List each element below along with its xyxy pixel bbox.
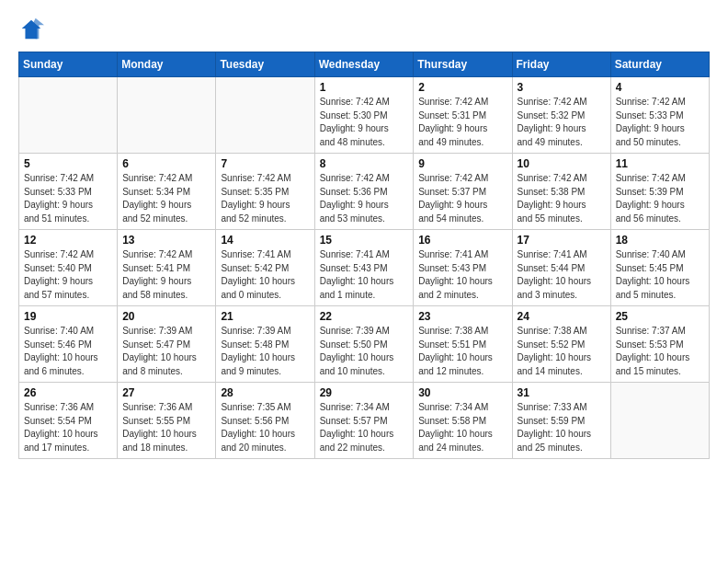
weekday-header: Wednesday [314,52,414,77]
day-info: Sunrise: 7:41 AM Sunset: 5:42 PM Dayligh… [221,248,309,302]
day-number: 21 [221,310,309,323]
calendar-cell: 22Sunrise: 7:39 AM Sunset: 5:50 PM Dayli… [314,306,414,383]
day-info: Sunrise: 7:42 AM Sunset: 5:39 PM Dayligh… [616,172,704,225]
day-info: Sunrise: 7:37 AM Sunset: 5:53 PM Dayligh… [616,325,704,378]
day-info: Sunrise: 7:40 AM Sunset: 5:45 PM Dayligh… [616,248,704,302]
calendar-cell: 28Sunrise: 7:35 AM Sunset: 5:56 PM Dayli… [216,383,314,459]
calendar-cell: 19Sunrise: 7:40 AM Sunset: 5:46 PM Dayli… [19,306,118,383]
calendar-cell: 8Sunrise: 7:42 AM Sunset: 5:36 PM Daylig… [314,154,414,230]
day-number: 14 [221,234,309,247]
calendar-header-row: SundayMondayTuesdayWednesdayThursdayFrid… [19,52,710,77]
day-info: Sunrise: 7:39 AM Sunset: 5:48 PM Dayligh… [221,325,309,378]
calendar-cell: 5Sunrise: 7:42 AM Sunset: 5:33 PM Daylig… [19,154,118,230]
calendar-cell: 10Sunrise: 7:42 AM Sunset: 5:38 PM Dayli… [512,154,610,230]
day-info: Sunrise: 7:42 AM Sunset: 5:41 PM Dayligh… [122,248,210,302]
day-number: 17 [518,234,606,247]
calendar-cell: 27Sunrise: 7:36 AM Sunset: 5:55 PM Dayli… [118,383,216,459]
day-number: 2 [418,81,506,94]
calendar-week-row: 12Sunrise: 7:42 AM Sunset: 5:40 PM Dayli… [19,230,710,306]
day-info: Sunrise: 7:38 AM Sunset: 5:52 PM Dayligh… [518,325,606,378]
calendar-week-row: 5Sunrise: 7:42 AM Sunset: 5:33 PM Daylig… [19,154,710,230]
weekday-header: Thursday [414,52,512,77]
day-number: 31 [518,386,606,399]
calendar-cell: 2Sunrise: 7:42 AM Sunset: 5:31 PM Daylig… [414,77,512,154]
weekday-header: Sunday [19,52,118,77]
day-number: 5 [24,157,112,170]
calendar-cell: 30Sunrise: 7:34 AM Sunset: 5:58 PM Dayli… [414,383,512,459]
day-number: 20 [122,310,210,323]
day-number: 30 [418,386,506,399]
day-info: Sunrise: 7:34 AM Sunset: 5:58 PM Dayligh… [418,401,506,454]
day-number: 4 [616,81,704,94]
day-info: Sunrise: 7:41 AM Sunset: 5:44 PM Dayligh… [518,248,606,302]
day-info: Sunrise: 7:42 AM Sunset: 5:34 PM Dayligh… [122,172,210,225]
day-number: 15 [320,234,409,247]
day-number: 28 [221,386,309,399]
page-header [18,17,710,42]
day-number: 11 [616,157,704,170]
day-info: Sunrise: 7:42 AM Sunset: 5:37 PM Dayligh… [418,172,506,225]
day-number: 25 [616,310,704,323]
calendar-cell: 18Sunrise: 7:40 AM Sunset: 5:45 PM Dayli… [610,230,709,306]
day-info: Sunrise: 7:41 AM Sunset: 5:43 PM Dayligh… [320,248,409,302]
day-info: Sunrise: 7:41 AM Sunset: 5:43 PM Dayligh… [418,248,506,302]
day-number: 3 [518,81,606,94]
calendar-cell: 25Sunrise: 7:37 AM Sunset: 5:53 PM Dayli… [610,306,709,383]
calendar-cell: 3Sunrise: 7:42 AM Sunset: 5:32 PM Daylig… [512,77,610,154]
day-info: Sunrise: 7:35 AM Sunset: 5:56 PM Dayligh… [221,401,309,454]
calendar-cell: 20Sunrise: 7:39 AM Sunset: 5:47 PM Dayli… [118,306,216,383]
logo-icon [18,17,44,42]
calendar-cell: 16Sunrise: 7:41 AM Sunset: 5:43 PM Dayli… [414,230,512,306]
calendar-cell: 14Sunrise: 7:41 AM Sunset: 5:42 PM Dayli… [216,230,314,306]
day-number: 8 [320,157,409,170]
calendar-week-row: 1Sunrise: 7:42 AM Sunset: 5:30 PM Daylig… [19,77,710,154]
calendar-cell: 26Sunrise: 7:36 AM Sunset: 5:54 PM Dayli… [19,383,118,459]
calendar-cell: 12Sunrise: 7:42 AM Sunset: 5:40 PM Dayli… [19,230,118,306]
calendar-week-row: 19Sunrise: 7:40 AM Sunset: 5:46 PM Dayli… [19,306,710,383]
calendar-cell [118,77,216,154]
day-info: Sunrise: 7:42 AM Sunset: 5:38 PM Dayligh… [518,172,606,225]
day-info: Sunrise: 7:33 AM Sunset: 5:59 PM Dayligh… [518,401,606,454]
day-info: Sunrise: 7:42 AM Sunset: 5:33 PM Dayligh… [616,96,704,149]
day-info: Sunrise: 7:42 AM Sunset: 5:30 PM Dayligh… [320,96,409,149]
calendar-cell: 11Sunrise: 7:42 AM Sunset: 5:39 PM Dayli… [610,154,709,230]
day-number: 23 [418,310,506,323]
day-info: Sunrise: 7:39 AM Sunset: 5:50 PM Dayligh… [320,325,409,378]
calendar-cell: 7Sunrise: 7:42 AM Sunset: 5:35 PM Daylig… [216,154,314,230]
day-info: Sunrise: 7:42 AM Sunset: 5:36 PM Dayligh… [320,172,409,225]
calendar-cell: 31Sunrise: 7:33 AM Sunset: 5:59 PM Dayli… [512,383,610,459]
calendar-cell: 15Sunrise: 7:41 AM Sunset: 5:43 PM Dayli… [314,230,414,306]
day-info: Sunrise: 7:40 AM Sunset: 5:46 PM Dayligh… [24,325,112,378]
calendar-table: SundayMondayTuesdayWednesdayThursdayFrid… [18,52,710,459]
weekday-header: Tuesday [216,52,314,77]
day-info: Sunrise: 7:42 AM Sunset: 5:33 PM Dayligh… [24,172,112,225]
day-number: 12 [24,234,112,247]
day-number: 6 [122,157,210,170]
day-info: Sunrise: 7:34 AM Sunset: 5:57 PM Dayligh… [320,401,409,454]
calendar-cell [610,383,709,459]
day-number: 13 [122,234,210,247]
day-info: Sunrise: 7:42 AM Sunset: 5:31 PM Dayligh… [418,96,506,149]
day-number: 19 [24,310,112,323]
calendar-week-row: 26Sunrise: 7:36 AM Sunset: 5:54 PM Dayli… [19,383,710,459]
calendar-cell: 4Sunrise: 7:42 AM Sunset: 5:33 PM Daylig… [610,77,709,154]
day-info: Sunrise: 7:38 AM Sunset: 5:51 PM Dayligh… [418,325,506,378]
day-number: 27 [122,386,210,399]
day-number: 24 [518,310,606,323]
day-number: 7 [221,157,309,170]
calendar-cell [216,77,314,154]
day-number: 1 [320,81,409,94]
calendar-cell: 6Sunrise: 7:42 AM Sunset: 5:34 PM Daylig… [118,154,216,230]
day-number: 18 [616,234,704,247]
day-number: 26 [24,386,112,399]
day-info: Sunrise: 7:39 AM Sunset: 5:47 PM Dayligh… [122,325,210,378]
calendar-cell: 9Sunrise: 7:42 AM Sunset: 5:37 PM Daylig… [414,154,512,230]
calendar-cell [19,77,118,154]
day-info: Sunrise: 7:36 AM Sunset: 5:55 PM Dayligh… [122,401,210,454]
calendar-cell: 1Sunrise: 7:42 AM Sunset: 5:30 PM Daylig… [314,77,414,154]
day-info: Sunrise: 7:36 AM Sunset: 5:54 PM Dayligh… [24,401,112,454]
calendar-cell: 21Sunrise: 7:39 AM Sunset: 5:48 PM Dayli… [216,306,314,383]
day-info: Sunrise: 7:42 AM Sunset: 5:32 PM Dayligh… [518,96,606,149]
day-info: Sunrise: 7:42 AM Sunset: 5:40 PM Dayligh… [24,248,112,302]
calendar-cell: 17Sunrise: 7:41 AM Sunset: 5:44 PM Dayli… [512,230,610,306]
